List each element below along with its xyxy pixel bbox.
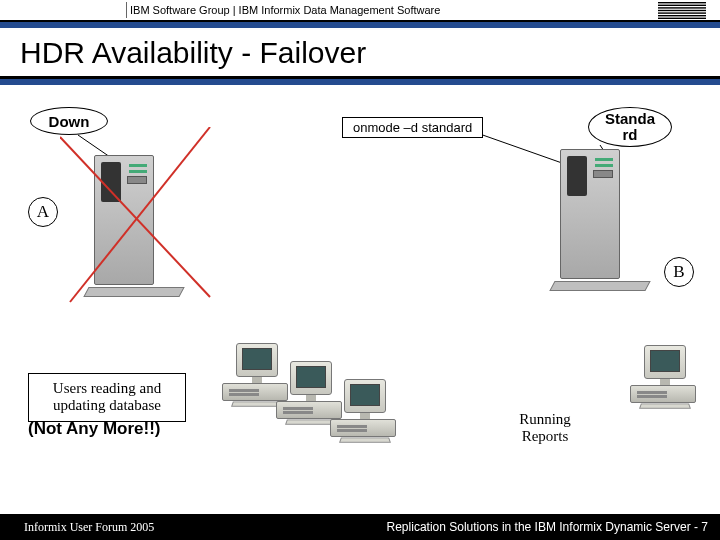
footer-right: Replication Solutions in the IBM Informi… <box>387 520 708 534</box>
node-label-a: A <box>28 197 58 227</box>
svg-rect-0 <box>658 2 706 3</box>
header-separator <box>126 2 127 18</box>
svg-rect-6 <box>658 18 706 19</box>
svg-rect-3 <box>658 10 706 11</box>
footer-left: Informix User Forum 2005 <box>24 520 154 535</box>
diagram-stage: Down Standa rd A B onmode –d standard Us… <box>0 85 720 515</box>
workstation-icon <box>630 345 700 409</box>
header-breadcrumb: IBM Software Group | IBM Informix Data M… <box>130 4 440 16</box>
svg-line-7 <box>78 135 110 157</box>
status-label-standard: Standa rd <box>588 107 672 147</box>
svg-rect-2 <box>658 7 706 8</box>
ibm-logo-icon <box>658 2 706 20</box>
header-bar: IBM Software Group | IBM Informix Data M… <box>0 0 720 22</box>
title-band: HDR Availability - Failover <box>0 28 720 79</box>
command-box: onmode –d standard <box>342 117 483 138</box>
workstation-icon <box>330 379 400 443</box>
not-any-more-label: (Not Any More!!) <box>28 419 161 439</box>
node-label-b: B <box>664 257 694 287</box>
svg-rect-5 <box>658 15 706 16</box>
users-callout: Users reading and updating database <box>28 373 186 422</box>
reports-callout: Running Reports <box>485 405 605 452</box>
footer-bar: Informix User Forum 2005 Replication Sol… <box>0 514 720 540</box>
server-b-icon <box>560 149 652 289</box>
slide-title: HDR Availability - Failover <box>20 36 720 70</box>
svg-rect-4 <box>658 12 706 13</box>
server-a-icon <box>94 155 186 295</box>
status-label-down: Down <box>30 107 108 135</box>
svg-rect-1 <box>658 5 706 6</box>
